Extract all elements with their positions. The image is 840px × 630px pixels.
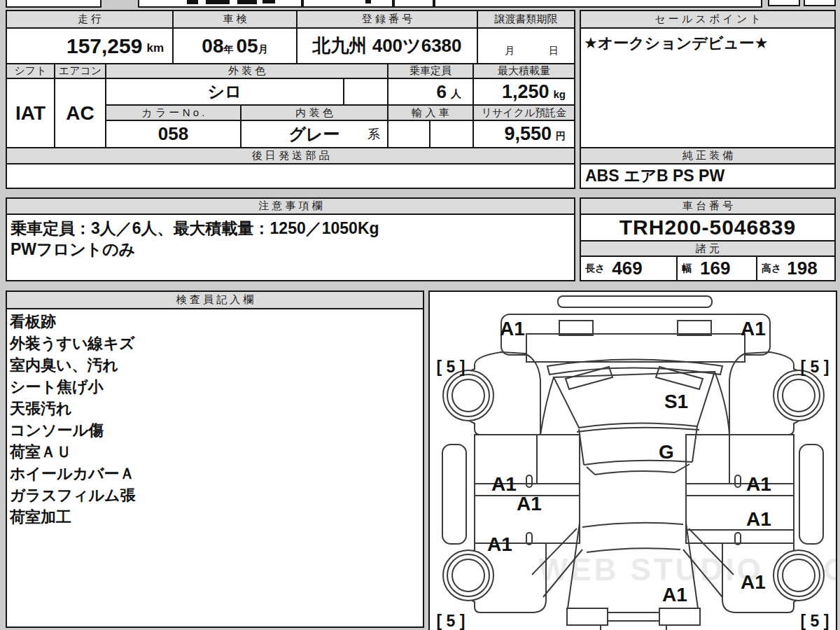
damage-label-rear-gate: A1 [662, 584, 687, 606]
max-load-value: 1,250 [502, 81, 550, 103]
damage-label-left-rear: A1 [487, 533, 512, 555]
inspector-item: 天張汚れ [10, 398, 136, 419]
aircon-value: AC [54, 78, 106, 148]
notes-header: 注 意 事 項 欄 [6, 197, 575, 215]
spec-length-cell: 長さ 469 [580, 255, 678, 281]
car-diagram-box: WEB STUDIO PRO [428, 290, 837, 630]
color-no-value: 058 [105, 120, 241, 148]
later-parts-header: 後 日 発 送 部 品 [6, 147, 575, 164]
shift-header: シフト [6, 63, 55, 79]
spec-height-value: 198 [787, 258, 817, 279]
shaken-header: 車 検 [172, 10, 298, 29]
sales-point-cell: ★オークションデビュー★ [580, 27, 836, 148]
damage-label-front-right: A1 [741, 318, 766, 340]
shaken-year-unit: 年 [224, 43, 234, 56]
shaken-month-unit: 月 [258, 43, 268, 56]
mileage-value: 157,259 [66, 34, 142, 58]
interior-color-suffix: 系 [368, 126, 380, 143]
inspector-item: 室内臭い、汚れ [10, 354, 136, 376]
spec-height-cell: 高さ 198 [756, 255, 836, 281]
top-partial-cell-4 [393, 0, 434, 8]
max-load-unit: kg [553, 88, 566, 100]
damage-label-right-door: A1 [746, 473, 771, 495]
notes-line-2: PWフロントのみ [10, 239, 135, 260]
damage-label-left-door: A1 [491, 473, 517, 495]
car-top-view-diagram: WEB STUDIO PRO [430, 292, 836, 630]
chassis-header: 車 台 番 号 [580, 197, 836, 215]
tire-depth-front-left: [ 5 ] [437, 358, 465, 376]
inspector-item: 看板跡 [10, 311, 136, 332]
tire-depth-rear-right: [ 5 ] [801, 612, 830, 630]
spec-length-label: 長さ [585, 262, 605, 275]
damage-label-right-mid: A1 [746, 508, 771, 530]
spec-width-cell: 幅 169 [676, 255, 757, 281]
shaken-year: 08 [202, 35, 223, 57]
later-parts-cell [6, 163, 575, 189]
inspector-header: 検 査 員 記 入 欄 [6, 290, 424, 309]
inspector-item: 荷室加工 [10, 506, 136, 528]
top-partial-cell-7 [804, 0, 836, 6]
top-partial-cell-6 [768, 0, 800, 6]
shift-value: IAT [6, 78, 55, 148]
inspector-item: 外装うすい線キズ [10, 332, 136, 354]
notes-line-1: 乗車定員：3人／6人、最大積載量：1250／1050Kg [10, 218, 379, 239]
spec-height-label: 高さ [762, 262, 781, 275]
import-car-cell-1 [387, 120, 430, 148]
max-load-header: 最大積載量 [472, 63, 575, 79]
shaken-month: 05 [237, 35, 258, 57]
max-load-cell: 1,250 kg [472, 78, 575, 106]
inspector-item: コンソール傷 [10, 419, 136, 441]
recycle-header: リサイクル預託金 [472, 104, 575, 121]
registration-header: 登 録 番 号 [296, 10, 478, 29]
car-outline: WEB STUDIO PRO [442, 296, 836, 630]
shaken-cell: 08 年 05 月 [172, 27, 298, 64]
inspector-cell: 看板跡 外装うすい線キズ 室内臭い、汚れ シート焦げ小 天張汚れ コンソール傷 … [6, 308, 424, 628]
color-no-header: カ ラ ー N o . [105, 104, 241, 121]
import-car-header: 輸 入 車 [387, 104, 474, 121]
capacity-cell: 6 人 [387, 78, 474, 106]
damage-label-roof: G [659, 441, 674, 463]
interior-color-value: グレー [288, 123, 340, 146]
interior-color-cell: グレー 系 [240, 120, 388, 148]
capacity-value: 6 [437, 81, 447, 103]
top-partial-cell-2 [138, 0, 302, 8]
recycle-unit: 円 [556, 130, 566, 143]
mileage-cell: 157,259 km [6, 27, 174, 64]
transfer-day-label: 日 [549, 45, 559, 57]
sales-point-value: ★オークションデビュー★ [584, 33, 769, 54]
transfer-docs-header: 譲渡書類期限 [477, 10, 575, 29]
mileage-unit: km [146, 41, 164, 55]
top-partial-cell-5 [434, 0, 762, 8]
spec-width-label: 幅 [682, 262, 692, 275]
genuine-equipment-header: 純 正 装 備 [580, 147, 836, 164]
top-partial-cell-3 [302, 0, 393, 8]
exterior-color-value: シロ [105, 78, 344, 106]
sales-point-header: セ ー ル ス ポ イ ン ト [580, 10, 836, 29]
mileage-header: 走 行 [6, 10, 174, 29]
chassis-value: TRH200-5046839 [580, 214, 836, 241]
transfer-docs-cell: 月 日 [477, 27, 575, 64]
recycle-cell: 9,550 円 [472, 120, 575, 148]
inspector-item: シート焦げ小 [10, 376, 136, 398]
damage-label-right-rear: A1 [741, 571, 766, 593]
exterior-color-empty-cell [343, 78, 388, 106]
recycle-value: 9,550 [504, 123, 552, 145]
damage-label-left-center: A1 [517, 493, 542, 514]
specs-header: 諸 元 [580, 240, 836, 257]
import-car-cell-2 [429, 120, 474, 148]
notes-cell: 乗車定員：3人／6人、最大積載量：1250／1050Kg PWフロントのみ [6, 214, 575, 281]
genuine-equipment-value: ABS エアB PS PW [580, 163, 836, 189]
tire-depth-front-right: [ 5 ] [801, 358, 830, 376]
inspector-item: 荷室ＡＵ [10, 441, 136, 463]
capacity-header: 乗車定員 [387, 63, 474, 79]
registration-value: 北九州 400ツ6380 [296, 27, 478, 64]
tire-depth-rear-left: [ 5 ] [437, 612, 465, 630]
spec-width-value: 169 [700, 258, 730, 279]
damage-label-front-left: A1 [500, 318, 525, 340]
exterior-color-header: 外 装 色 [105, 63, 388, 79]
damage-label-windshield: S1 [664, 391, 688, 412]
transfer-month-label: 月 [505, 45, 514, 57]
top-partial-cell-1 [6, 0, 102, 8]
interior-color-header: 内 装 色 [240, 104, 388, 121]
spec-length-value: 469 [612, 258, 642, 279]
